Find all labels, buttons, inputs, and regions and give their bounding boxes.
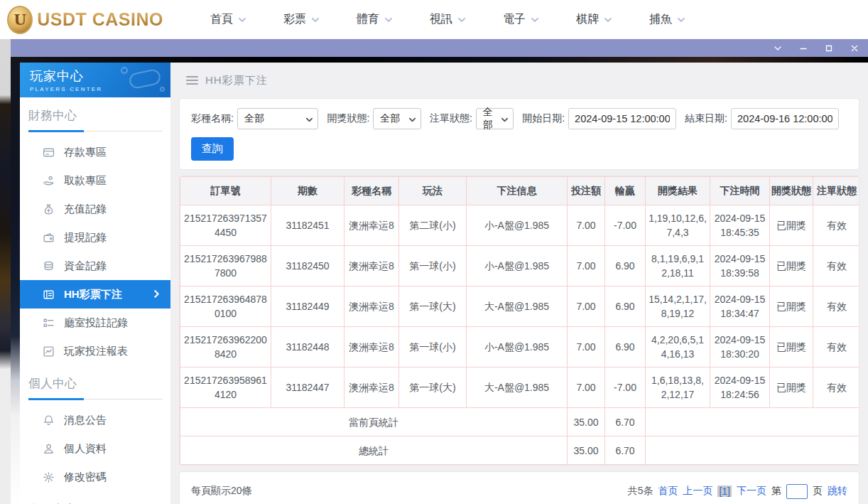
chevron-down-icon <box>501 116 509 124</box>
summary-row: 當前頁統計 35.00 6.70 <box>180 408 860 436</box>
summary-label: 當前頁統計 <box>180 408 568 436</box>
players-center-header: 玩家中心 PLAYERS CENTER <box>20 63 170 97</box>
table-header-cell: 開獎結果 <box>646 177 710 205</box>
sidebar-item-label: 玩家投注報表 <box>64 345 128 358</box>
window-left-edge <box>11 63 20 504</box>
prev-page-link[interactable]: 上一页 <box>683 485 712 498</box>
cell-order-number: 2152172639648780100 <box>180 286 271 327</box>
player-center-window: 玩家中心 PLAYERS CENTER 財務中心 存款專區 <box>11 39 868 504</box>
sidebar-item-bets[interactable]: HH彩票下注 <box>20 280 170 309</box>
cell-lottery-name: 澳洲幸运8 <box>345 368 399 408</box>
cell-period: 31182451 <box>271 205 345 246</box>
report-icon <box>42 345 55 358</box>
sidebar-item-user[interactable]: 個人資料 <box>20 434 170 463</box>
search-button[interactable]: 查詢 <box>191 137 234 161</box>
cell-bet-amount: 7.00 <box>568 246 605 286</box>
chevron-down-icon <box>408 116 416 124</box>
cell-order-number: 2152172639622008420 <box>180 327 271 368</box>
nav-item[interactable]: 彩票 <box>265 12 338 27</box>
sidebar-item-label: 修改密碼 <box>64 471 107 484</box>
table-row[interactable]: 2152172639622008420 31182448 澳洲幸运8 第一球(小… <box>180 327 860 368</box>
end-date-label: 結束日期: <box>685 112 727 125</box>
order-status-select[interactable]: 全部 <box>476 108 514 129</box>
first-page-link[interactable]: 首页 <box>658 485 678 498</box>
nav-item-label: 捕魚 <box>649 12 672 27</box>
nav-item[interactable]: 視訊 <box>411 12 484 27</box>
sidebar-item-funds[interactable]: 資金記錄 <box>20 252 170 280</box>
nav-item[interactable]: 體育 <box>338 12 411 27</box>
sidebar-item-gear[interactable]: 修改密碼 <box>20 463 170 491</box>
nav-item[interactable]: 棋牌 <box>558 12 631 27</box>
pager: 共5条 首页 上一页 [1] 下一页 第 页 跳转 <box>628 484 847 499</box>
cell-draw-result: 8,1,19,6,9,12,18,11 <box>646 246 710 286</box>
hamburger-icon[interactable] <box>186 75 198 85</box>
lottery-select[interactable]: 全部 <box>237 108 319 129</box>
brand-logo[interactable]: U USDT CASINO <box>0 6 163 34</box>
table-row[interactable]: 2152172639679887800 31182450 澳洲幸运8 第一球(小… <box>180 246 860 286</box>
table-summary: 當前頁統計 35.00 6.70 總統計 35.00 6.70 <box>180 408 860 465</box>
sidebar-item-deposit[interactable]: 存款專區 <box>20 138 170 166</box>
sidebar-item-cashout[interactable]: 提現記錄 <box>20 223 170 252</box>
table-header-cell: 開獎狀態 <box>770 177 813 205</box>
draw-status-filter-label: 開獎狀態: <box>327 112 369 125</box>
section-title-personal: 個人中心 <box>28 375 162 392</box>
sidebar-item-report[interactable]: 玩家投注報表 <box>20 337 170 365</box>
chevron-down-icon <box>677 16 685 24</box>
summary-empty <box>646 436 860 465</box>
window-collapse-button[interactable] <box>773 43 783 53</box>
window-body: 玩家中心 PLAYERS CENTER 財務中心 存款專區 <box>11 57 868 504</box>
cell-bet-amount: 7.00 <box>568 368 605 408</box>
page-title: HH彩票下注 <box>205 74 268 87</box>
current-page-badge: [1] <box>717 486 732 497</box>
section-rule <box>28 130 162 132</box>
end-date-input[interactable] <box>731 108 839 129</box>
filter-panel: 彩種名稱: 全部 開獎狀態: 全部 注單狀態: 全部 開始 <box>179 98 859 170</box>
sidebar-item-label: 取款專區 <box>64 174 107 188</box>
next-page-link[interactable]: 下一页 <box>737 485 766 498</box>
chevron-down-icon <box>311 16 320 24</box>
cell-order-status: 有效 <box>813 327 860 368</box>
nav-item[interactable]: 電子 <box>484 12 558 27</box>
start-date-input[interactable] <box>568 108 676 129</box>
cell-draw-status: 已開獎 <box>770 205 813 246</box>
window-titlebar <box>11 39 868 57</box>
main-content: HH彩票下注 彩種名稱: 全部 開獎狀態: 全部 注單狀態: <box>170 63 868 504</box>
close-icon <box>850 44 859 53</box>
close-button[interactable] <box>850 43 859 53</box>
minimize-button[interactable] <box>798 43 808 53</box>
cell-bet-amount: 7.00 <box>568 286 605 327</box>
nav-item[interactable]: 捕魚 <box>631 12 704 27</box>
draw-status-select-value: 全部 <box>380 112 400 125</box>
cell-draw-status: 已開獎 <box>770 246 813 286</box>
table-row[interactable]: 2152172639589614120 31182447 澳洲幸运8 第一球(大… <box>180 368 860 408</box>
gamepad-decoration-icon <box>115 65 165 97</box>
chevron-down-icon <box>384 16 393 24</box>
cell-bet-time: 2024-09-15 18:24:56 <box>710 368 770 408</box>
summary-win-loss: 6.70 <box>605 408 646 436</box>
draw-status-select[interactable]: 全部 <box>373 108 421 129</box>
cell-draw-status: 已開獎 <box>770 327 813 368</box>
hall-icon <box>42 316 55 329</box>
jump-button[interactable]: 跳转 <box>828 485 847 498</box>
sidebar-item-withdraw[interactable]: 取款專區 <box>20 166 170 195</box>
table-row[interactable]: 2152172639648780100 31182449 澳洲幸运8 第一球(大… <box>180 286 860 327</box>
bets-table-card: 訂單號期數彩種名稱玩法下注信息投注額輸贏開獎結果下注時間開獎狀態注單狀態 215… <box>179 176 859 466</box>
table-header-cell: 注單狀態 <box>813 177 860 205</box>
maximize-button[interactable] <box>824 43 834 53</box>
cell-draw-status: 已開獎 <box>770 368 813 408</box>
nav-item[interactable]: 首頁 <box>192 12 265 27</box>
table-row[interactable]: 2152172639713574450 31182451 澳洲幸运8 第二球(小… <box>180 205 860 246</box>
cell-win-loss: 6.90 <box>605 286 646 327</box>
page-jump-input[interactable] <box>786 484 808 499</box>
sidebar-item-bell[interactable]: 消息公告 <box>20 406 170 434</box>
page-background-strip <box>0 39 11 504</box>
nav-item-label: 首頁 <box>210 12 233 27</box>
cell-order-number: 2152172639589614120 <box>180 368 271 408</box>
sidebar-item-hall[interactable]: 廳室投註記錄 <box>20 309 170 337</box>
cell-order-number: 2152172639679887800 <box>180 246 271 286</box>
cell-play-type: 第一球(大) <box>399 286 467 327</box>
summary-bet-amount: 35.00 <box>568 436 605 465</box>
gear-icon <box>42 471 55 483</box>
sidebar-item-recharge[interactable]: 充值記錄 <box>20 195 170 223</box>
cell-lottery-name: 澳洲幸运8 <box>345 205 399 246</box>
